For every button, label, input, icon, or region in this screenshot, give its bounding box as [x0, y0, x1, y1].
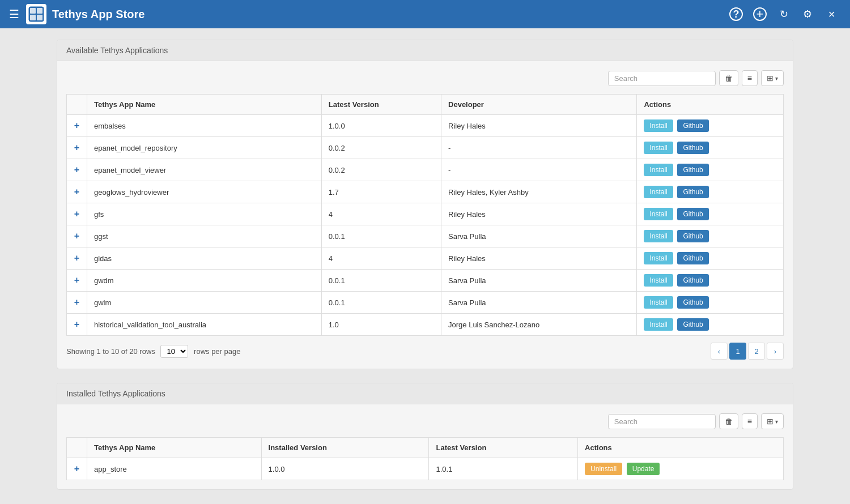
- installed-grid-view-btn[interactable]: ⊞ ▾: [761, 413, 784, 429]
- app-name-cell: ggst: [87, 225, 322, 247]
- actions-cell: Install Github: [637, 292, 784, 314]
- expand-icon[interactable]: +: [74, 121, 79, 130]
- svg-rect-3: [30, 15, 36, 20]
- version-cell: 4: [321, 247, 441, 270]
- expand-icon[interactable]: +: [74, 464, 79, 473]
- github-button[interactable]: Github: [677, 296, 708, 309]
- update-button[interactable]: Update: [627, 463, 660, 475]
- app-name-cell: gwlm: [87, 292, 322, 314]
- version-cell: 4: [321, 203, 441, 225]
- install-button[interactable]: Install: [644, 208, 673, 220]
- version-cell: 0.0.2: [321, 137, 441, 159]
- github-button[interactable]: Github: [677, 142, 708, 154]
- page-1-btn[interactable]: 1: [729, 343, 746, 360]
- expand-cell: +: [67, 314, 87, 336]
- expand-cell: +: [67, 270, 87, 292]
- github-button[interactable]: Github: [677, 318, 708, 331]
- app-name-cell: gfs: [87, 203, 322, 225]
- installed-list-view-btn[interactable]: ≡: [742, 413, 758, 429]
- version-cell: 1.7: [321, 181, 441, 203]
- github-button[interactable]: Github: [677, 230, 708, 242]
- expand-cell: +: [67, 203, 87, 225]
- uninstall-button[interactable]: Uninstall: [585, 463, 622, 475]
- github-button[interactable]: Github: [677, 208, 708, 220]
- col-app-name: Tethys App Name: [87, 95, 322, 115]
- expand-cell: +: [67, 137, 87, 159]
- col-actions: Actions: [637, 95, 784, 115]
- available-grid-view-btn[interactable]: ⊞ ▾: [761, 70, 784, 86]
- installed-search-input[interactable]: [608, 414, 716, 429]
- col-expand: [67, 95, 87, 115]
- github-button[interactable]: Github: [677, 186, 708, 198]
- install-button[interactable]: Install: [644, 164, 673, 176]
- install-button[interactable]: Install: [644, 252, 673, 264]
- install-button[interactable]: Install: [644, 274, 673, 287]
- available-list-view-btn[interactable]: ≡: [742, 70, 758, 86]
- github-button[interactable]: Github: [677, 252, 708, 264]
- menu-icon[interactable]: ☰: [9, 7, 19, 21]
- expand-icon[interactable]: +: [74, 231, 79, 241]
- install-button[interactable]: Install: [644, 318, 673, 331]
- github-button[interactable]: Github: [677, 164, 708, 176]
- actions-cell: Install Github: [637, 247, 784, 270]
- developer-cell: -: [441, 159, 637, 181]
- installed-table-body: + app_store 1.0.0 1.0.1 Uninstall Update: [67, 458, 784, 480]
- table-row: + epanet_model_viewer 0.0.2 - Install Gi…: [67, 159, 784, 181]
- available-search-input[interactable]: [608, 71, 716, 86]
- github-button[interactable]: Github: [677, 119, 708, 132]
- close-icon: ✕: [828, 9, 835, 20]
- add-button[interactable]: +: [750, 5, 770, 24]
- main-content: Available Tethys Applications 🗑 ≡ ⊞ ▾: [0, 28, 850, 504]
- actions-cell: Install Github: [637, 137, 784, 159]
- version-cell: 0.0.1: [321, 225, 441, 247]
- next-page-btn[interactable]: ›: [767, 343, 784, 360]
- table-row: + gfs 4 Riley Hales Install Github: [67, 203, 784, 225]
- expand-icon[interactable]: +: [74, 187, 79, 197]
- available-delete-btn[interactable]: 🗑: [719, 70, 738, 86]
- expand-icon[interactable]: +: [74, 275, 79, 285]
- rows-per-page-select[interactable]: 10 25 50: [160, 345, 188, 358]
- github-button[interactable]: Github: [677, 274, 708, 287]
- installed-header-row: Tethys App Name Installed Version Latest…: [67, 438, 784, 458]
- expand-icon[interactable]: +: [74, 319, 79, 329]
- prev-page-btn[interactable]: ‹: [711, 343, 728, 360]
- showing-text: Showing 1 to 10 of 20 rows: [66, 347, 155, 356]
- page-2-btn[interactable]: 2: [748, 343, 765, 360]
- expand-icon[interactable]: +: [74, 165, 79, 174]
- app-name-cell: gwdm: [87, 270, 322, 292]
- trash-icon: 🗑: [725, 74, 733, 83]
- available-pagination: ‹ 1 2 ›: [711, 343, 784, 360]
- available-rows-info: Showing 1 to 10 of 20 rows 10 25 50 rows…: [66, 345, 240, 358]
- install-button[interactable]: Install: [644, 142, 673, 154]
- dropdown-arrow-icon: ▾: [775, 75, 778, 82]
- install-button[interactable]: Install: [644, 230, 673, 242]
- actions-cell: Install Github: [637, 159, 784, 181]
- close-button[interactable]: ✕: [822, 5, 841, 24]
- install-button[interactable]: Install: [644, 296, 673, 309]
- available-panel-body: 🗑 ≡ ⊞ ▾ Tethys App Name Latest Version D: [57, 61, 793, 369]
- svg-rect-4: [37, 15, 42, 20]
- installed-delete-btn[interactable]: 🗑: [719, 413, 738, 429]
- trash-icon: 🗑: [725, 417, 733, 426]
- expand-cell: +: [67, 225, 87, 247]
- expand-icon[interactable]: +: [74, 253, 79, 263]
- expand-cell: +: [67, 159, 87, 181]
- version-cell: 1.0: [321, 314, 441, 336]
- list-icon: ≡: [747, 417, 752, 426]
- table-row: + ggst 0.0.1 Sarva Pulla Install Github: [67, 225, 784, 247]
- expand-cell: +: [67, 181, 87, 203]
- table-row: + gwlm 0.0.1 Sarva Pulla Install Github: [67, 292, 784, 314]
- app-name-cell: gldas: [87, 247, 322, 270]
- developer-cell: Sarva Pulla: [441, 292, 637, 314]
- expand-icon[interactable]: +: [74, 209, 79, 219]
- install-button[interactable]: Install: [644, 186, 673, 198]
- refresh-button[interactable]: ↻: [774, 5, 793, 24]
- help-icon: ?: [729, 7, 743, 21]
- version-cell: 0.0.1: [321, 292, 441, 314]
- developer-cell: Riley Hales: [441, 203, 637, 225]
- settings-button[interactable]: ⚙: [798, 5, 817, 24]
- expand-icon[interactable]: +: [74, 143, 79, 152]
- install-button[interactable]: Install: [644, 119, 673, 132]
- expand-icon[interactable]: +: [74, 297, 79, 307]
- help-button[interactable]: ?: [726, 5, 746, 24]
